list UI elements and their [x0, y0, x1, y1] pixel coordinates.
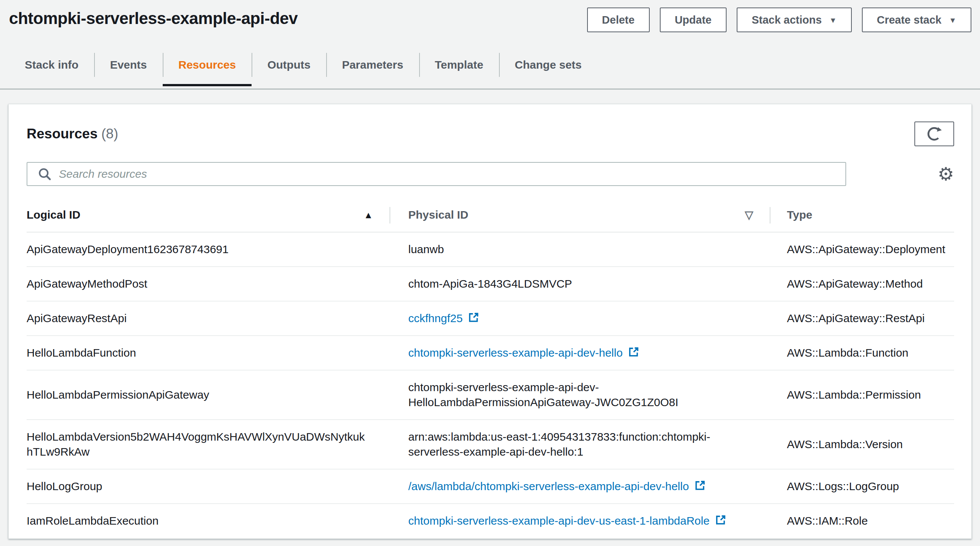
table-body: ApiGatewayDeployment1623678743691luanwbA… [27, 232, 954, 538]
stack-action-buttons: Delete Update Stack actions ▼ Create sta… [587, 6, 971, 32]
type-cell: AWS::Lambda::Function [770, 345, 954, 360]
logical-id-cell: ApiGatewayMethodPost [27, 276, 390, 291]
type-cell: AWS::Lambda::Permission [770, 387, 954, 403]
physical-id-cell: luanwb [390, 242, 770, 257]
tab-bar: Stack infoEventsResourcesOutputsParamete… [0, 49, 980, 90]
physical-id-cell: chtompki-serverless-example-api-dev-hell… [390, 345, 770, 360]
physical-id-cell: chtompki-serverless-example-api-dev-Hell… [390, 380, 770, 410]
tab-resources[interactable]: Resources [163, 49, 251, 81]
type-cell: AWS::Logs::LogGroup [770, 479, 954, 494]
caret-down-icon: ▼ [829, 16, 837, 24]
table-row: IamRoleLambdaExecutionchtompki-serverles… [27, 503, 954, 538]
create-stack-button-label: Create stack [877, 14, 942, 26]
physical-id-cell: cckfhngf25 [390, 311, 770, 326]
table-row: HelloLambdaPermissionApiGatewaychtompki-… [27, 370, 954, 419]
tab-stack-info[interactable]: Stack info [9, 49, 94, 81]
table-row: HelloLambdaVersion5b2WAH4VoggmKsHAVWlXyn… [27, 419, 954, 469]
type-cell: AWS::Lambda::Version [770, 437, 954, 452]
table-row: ApiGatewayMethodPostchtom-ApiGa-1843G4LD… [27, 266, 954, 301]
sort-descending-icon: ▽ [745, 210, 753, 221]
resources-heading-label: Resources [27, 126, 97, 142]
tab-parameters[interactable]: Parameters [326, 49, 419, 81]
external-link-icon [468, 312, 479, 323]
tab-events[interactable]: Events [94, 49, 162, 81]
tab-template[interactable]: Template [419, 49, 499, 81]
resources-panel-header: Resources(8) [27, 104, 954, 146]
column-header-type[interactable]: Type [770, 209, 954, 221]
logical-id-cell: HelloLambdaFunction [27, 345, 390, 360]
logical-id-cell: HelloLambdaPermissionApiGateway [27, 387, 390, 403]
create-stack-dropdown-button[interactable]: Create stack ▼ [862, 8, 971, 32]
physical-id-cell: chtompki-serverless-example-api-dev-us-e… [390, 513, 770, 528]
page-header: chtompki-serverless-example-api-dev Dele… [0, 0, 980, 32]
update-button-label: Update [675, 14, 711, 26]
column-label: Type [787, 209, 812, 221]
column-header-physical-id[interactable]: Physical ID▽ [390, 209, 770, 221]
column-label: Physical ID [408, 209, 468, 221]
physical-id-link[interactable]: cckfhngf25 [408, 312, 463, 325]
logical-id-cell: HelloLogGroup [27, 479, 390, 494]
physical-id-cell: arn:aws:lambda:us-east-1:409543137833:fu… [390, 429, 770, 459]
type-cell: AWS::ApiGateway::RestApi [770, 311, 954, 326]
resources-panel: Resources(8) ⚙ Logical ID▲ [8, 104, 972, 539]
preferences-button[interactable]: ⚙ [938, 165, 954, 183]
tabs: Stack infoEventsResourcesOutputsParamete… [9, 49, 971, 81]
refresh-button[interactable] [915, 121, 954, 146]
gear-icon: ⚙ [938, 164, 954, 184]
type-cell: AWS::ApiGateway::Deployment [770, 242, 954, 257]
resources-table: Logical ID▲Physical ID▽Type ApiGatewayDe… [27, 201, 954, 538]
table-filter-row: ⚙ [27, 162, 954, 186]
delete-button[interactable]: Delete [587, 8, 650, 32]
external-link-icon [628, 347, 639, 358]
table-row: HelloLogGroup/aws/lambda/chtompki-server… [27, 469, 954, 503]
search-box[interactable] [27, 162, 846, 186]
sort-ascending-icon: ▲ [364, 210, 373, 220]
update-button[interactable]: Update [660, 8, 727, 32]
tab-change-sets[interactable]: Change sets [499, 49, 597, 81]
table-row: HelloLambdaFunctionchtompki-serverless-e… [27, 335, 954, 370]
search-icon [37, 167, 52, 181]
page-title: chtompki-serverless-example-api-dev [9, 9, 298, 28]
logical-id-cell: HelloLambdaVersion5b2WAH4VoggmKsHAVWlXyn… [27, 429, 390, 459]
physical-id-cell: chtom-ApiGa-1843G4LDSMVCP [390, 276, 770, 291]
column-label: Logical ID [27, 209, 80, 221]
resources-heading: Resources(8) [27, 126, 118, 142]
type-cell: AWS::IAM::Role [770, 513, 954, 528]
delete-button-label: Delete [602, 14, 635, 26]
caret-down-icon: ▼ [949, 16, 956, 24]
external-link-icon [715, 514, 726, 526]
cloudformation-stack-page: chtompki-serverless-example-api-dev Dele… [0, 0, 980, 539]
external-link-icon [694, 480, 706, 491]
type-cell: AWS::ApiGateway::Method [770, 276, 954, 291]
table-row: ApiGatewayDeployment1623678743691luanwbA… [27, 232, 954, 266]
physical-id-link[interactable]: chtompki-serverless-example-api-dev-hell… [408, 347, 623, 359]
stack-actions-dropdown-button[interactable]: Stack actions ▼ [737, 8, 852, 32]
search-input[interactable] [58, 167, 842, 181]
tab-outputs[interactable]: Outputs [251, 49, 326, 81]
physical-id-cell: /aws/lambda/chtompki-serverless-example-… [390, 479, 770, 494]
logical-id-cell: ApiGatewayRestApi [27, 311, 390, 326]
physical-id-link[interactable]: chtompki-serverless-example-api-dev-us-e… [408, 514, 710, 527]
resources-count: (8) [101, 126, 118, 142]
column-header-logical-id[interactable]: Logical ID▲ [27, 209, 390, 221]
logical-id-cell: IamRoleLambdaExecution [27, 513, 390, 528]
table-row: ApiGatewayRestApicckfhngf25AWS::ApiGatew… [27, 301, 954, 335]
refresh-icon [926, 125, 943, 143]
physical-id-link[interactable]: /aws/lambda/chtompki-serverless-example-… [408, 480, 689, 492]
stack-actions-button-label: Stack actions [752, 14, 822, 26]
logical-id-cell: ApiGatewayDeployment1623678743691 [27, 242, 390, 257]
table-header-row: Logical ID▲Physical ID▽Type [27, 201, 954, 232]
